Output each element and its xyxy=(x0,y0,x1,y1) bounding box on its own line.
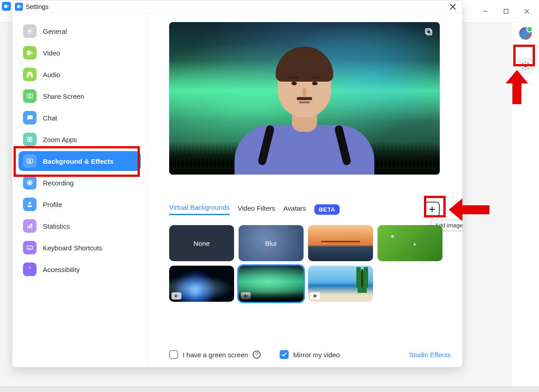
studio-effects-link[interactable]: Studio Effects xyxy=(409,351,451,359)
window-title: Settings xyxy=(26,3,49,10)
svg-point-10 xyxy=(29,138,31,140)
svg-point-14 xyxy=(29,182,31,184)
sidebar-item-recording[interactable]: Recording xyxy=(18,173,141,193)
svg-rect-1 xyxy=(504,9,508,13)
background-option-aurora[interactable] xyxy=(239,266,304,302)
svg-rect-17 xyxy=(29,225,31,228)
sidebar-item-general[interactable]: General xyxy=(18,21,141,41)
apps-icon xyxy=(23,133,37,146)
svg-point-12 xyxy=(29,160,30,161)
sidebar-item-label: Share Screen xyxy=(43,92,84,100)
stats-icon xyxy=(23,219,37,233)
sidebar-item-audio[interactable]: Audio xyxy=(18,65,141,84)
settings-window: Settings General Video Au xyxy=(12,0,463,368)
settings-sidebar: General Video Audio Share Screen xyxy=(12,13,147,367)
parent-settings-gear-button[interactable] xyxy=(517,58,534,74)
svg-rect-18 xyxy=(31,224,32,229)
beta-badge: BETA xyxy=(314,204,340,215)
add-image-video-button[interactable]: Add image or video xyxy=(424,202,440,217)
svg-point-15 xyxy=(28,202,31,204)
sidebar-item-video[interactable]: Video xyxy=(18,43,141,63)
background-option-beach[interactable] xyxy=(308,266,373,302)
sidebar-item-label: Accessibility xyxy=(43,266,80,273)
sidebar-item-label: Background & Effects xyxy=(43,157,114,165)
video-icon xyxy=(23,46,37,60)
thumb-label: None xyxy=(193,240,210,247)
sidebar-item-label: Keyboard Shortcuts xyxy=(43,244,102,252)
sidebar-item-label: General xyxy=(43,28,67,35)
svg-point-20 xyxy=(29,267,31,268)
parent-close-button[interactable] xyxy=(516,4,537,18)
sidebar-item-label: Chat xyxy=(43,114,57,122)
video-badge-icon xyxy=(171,292,181,300)
sidebar-item-share-screen[interactable]: Share Screen xyxy=(18,86,141,106)
sidebar-item-statistics[interactable]: Statistics xyxy=(18,216,141,236)
settings-close-button[interactable] xyxy=(446,0,460,13)
background-option-earth[interactable] xyxy=(169,266,234,302)
background-option-none[interactable]: None xyxy=(169,225,234,261)
tab-avatars[interactable]: Avatars xyxy=(283,204,306,215)
tab-virtual-backgrounds[interactable]: Virtual Backgrounds xyxy=(169,203,230,215)
help-icon[interactable]: ? xyxy=(253,350,261,359)
sidebar-item-profile[interactable]: Profile xyxy=(18,194,141,214)
sidebar-item-label: Audio xyxy=(43,71,60,78)
keyboard-icon xyxy=(23,241,37,254)
expand-preview-button[interactable] xyxy=(424,27,434,37)
svg-rect-19 xyxy=(27,246,32,249)
sidebar-item-label: Profile xyxy=(43,201,62,208)
profile-icon xyxy=(23,198,37,211)
share-screen-icon xyxy=(23,89,37,103)
sidebar-item-label: Video xyxy=(43,49,60,57)
sidebar-item-label: Statistics xyxy=(43,222,70,230)
zoom-app-icon xyxy=(15,3,23,11)
svg-rect-21 xyxy=(426,29,431,34)
gear-icon xyxy=(23,24,37,38)
chat-icon xyxy=(23,111,37,125)
video-badge-icon xyxy=(310,292,320,300)
headphones-icon xyxy=(23,68,37,81)
green-screen-checkbox[interactable] xyxy=(169,350,178,359)
thumb-label: Blur xyxy=(265,240,277,247)
sidebar-item-label: Recording xyxy=(43,179,74,187)
record-icon xyxy=(23,176,37,189)
video-badge-icon xyxy=(241,292,251,300)
accessibility-icon xyxy=(23,263,37,276)
parent-maximize-button[interactable] xyxy=(496,4,516,18)
sidebar-item-label: Zoom Apps xyxy=(43,136,77,143)
avatar[interactable] xyxy=(519,27,532,40)
sidebar-item-zoom-apps[interactable]: Zoom Apps xyxy=(18,129,141,149)
sidebar-item-keyboard-shortcuts[interactable]: Keyboard Shortcuts xyxy=(18,238,141,258)
person-card-icon xyxy=(23,154,37,168)
background-option-blur[interactable]: Blur xyxy=(239,225,304,261)
sidebar-item-accessibility[interactable]: Accessibility xyxy=(18,259,141,279)
mirror-video-label: Mirror my video xyxy=(293,351,340,359)
tab-video-filters[interactable]: Video Filters xyxy=(238,204,275,215)
svg-point-7 xyxy=(29,30,31,32)
background-option-bridge[interactable] xyxy=(308,225,373,261)
background-option-grass[interactable] xyxy=(378,225,442,261)
svg-rect-22 xyxy=(427,30,432,35)
settings-content: Virtual Backgrounds Video Filters Avatar… xyxy=(147,13,462,367)
svg-rect-16 xyxy=(28,226,29,228)
video-preview xyxy=(169,22,440,175)
svg-point-4 xyxy=(525,65,527,67)
desktop-taskbar-edge xyxy=(0,387,539,392)
sidebar-item-chat[interactable]: Chat xyxy=(18,108,141,128)
parent-minimize-button[interactable] xyxy=(475,4,496,18)
sidebar-item-background-effects[interactable]: Background & Effects xyxy=(18,151,141,171)
mirror-video-checkbox[interactable] xyxy=(280,350,289,359)
green-screen-label: I have a green screen xyxy=(183,351,248,359)
